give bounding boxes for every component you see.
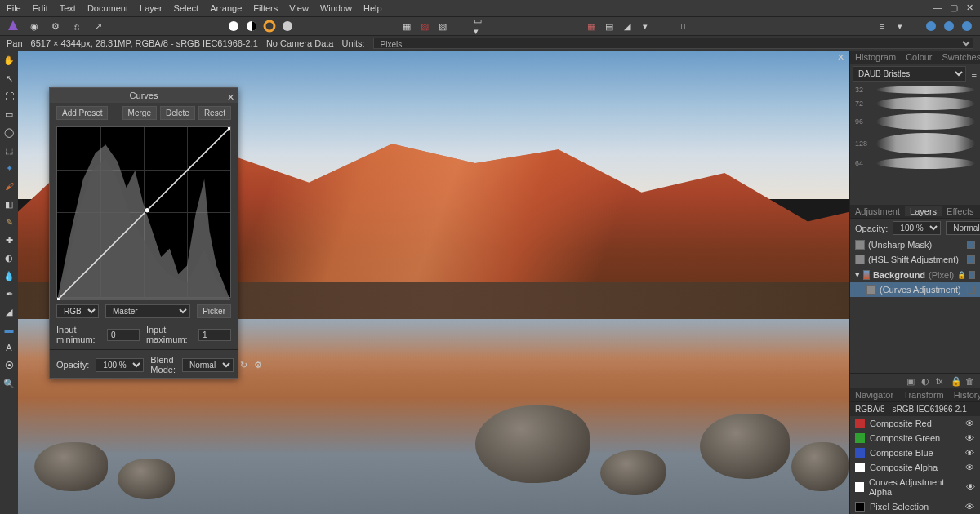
eye-icon[interactable]: 👁 [966,482,975,492]
layer-visible-checkbox[interactable] [967,255,975,264]
erase-tool-icon[interactable]: ◧ [2,197,16,210]
curves-graph[interactable] [56,126,231,298]
persona-liquify-icon[interactable]: ⚙ [49,20,62,33]
reset-icon[interactable]: ↻ [240,360,247,370]
pan-tool-icon[interactable]: ✋ [2,54,16,67]
channel-item[interactable]: Pixel Selection👁 [850,499,980,514]
dodge-tool-icon[interactable]: ◐ [2,251,16,264]
zoom-tool-icon[interactable]: 🔍 [2,377,16,390]
tab-navigator[interactable]: Navigator [850,390,898,400]
layer-visible-checkbox[interactable] [967,286,975,294]
tab-histogram[interactable]: Histogram [850,52,901,62]
channel-select[interactable]: RGB [56,304,99,318]
selection-free-tool-icon[interactable]: ◯ [2,126,16,139]
gear-icon[interactable]: ⚙ [254,360,262,370]
master-select[interactable]: Master [105,304,190,318]
tab-swatches[interactable]: Swatches [938,52,980,62]
shape-rect-tool-icon[interactable]: ▬ [2,323,16,336]
grid-c-icon[interactable]: ◢ [621,20,634,33]
delete-button[interactable]: Delete [160,106,195,120]
delete-layer-icon[interactable]: 🗑 [965,376,975,386]
tab-effects[interactable]: Effects [942,206,978,216]
color-picker-tool-icon[interactable]: ⦿ [2,359,16,372]
eye-icon[interactable]: 👁 [965,419,975,428]
brush-list[interactable]: 32 72 96 128 64 [850,84,980,205]
view-3-icon[interactable] [960,20,973,33]
crop-preset-icon[interactable]: ▭ ▾ [474,20,487,33]
menu-window[interactable]: Window [320,3,352,13]
input-min-field[interactable] [107,329,140,341]
adjust-icon[interactable] [281,20,294,33]
view-1-icon[interactable] [924,20,938,33]
color-wheel-icon[interactable] [263,20,276,33]
layer-visible-checkbox[interactable] [967,241,975,249]
pen-tool-icon[interactable]: ✒ [2,287,16,300]
menu-document[interactable]: Document [87,3,128,13]
grid-a-icon[interactable]: ▦ [585,20,598,33]
move-tool-icon[interactable]: ↖ [2,72,16,85]
tab-adjustment[interactable]: Adjustment [850,206,905,216]
heal-tool-icon[interactable]: ✚ [2,233,16,246]
arrange-icon[interactable]: ▾ [893,20,906,33]
assistant-icon[interactable]: ⎍ [676,20,689,33]
grid-d-icon[interactable]: ▾ [639,20,652,33]
eye-icon[interactable]: 👁 [965,448,975,458]
fx-layer-icon[interactable]: fx [936,376,946,386]
menu-help[interactable]: Help [363,3,382,13]
menu-edit[interactable]: Edit [33,3,48,13]
units-select[interactable]: Pixels [373,38,973,49]
tab-layers[interactable]: Layers [905,206,942,216]
layer-item[interactable]: ▾ Background (Pixel) 🔒 [850,267,980,282]
canvas[interactable]: Curves ✕ Add Preset Merge Delete Reset [18,51,849,514]
channel-item[interactable]: Composite Green👁 [850,431,980,445]
align-icon[interactable]: ≡ [875,20,889,33]
grid-b-icon[interactable]: ▤ [603,20,616,33]
menu-arrange[interactable]: Arrange [210,3,242,13]
persona-develop-icon[interactable]: ⎌ [70,20,83,33]
channel-item[interactable]: Composite Red👁 [850,416,980,431]
flood-tool-icon[interactable]: ✦ [2,162,16,175]
selection-rect-tool-icon[interactable]: ▭ [2,108,16,121]
channel-item[interactable]: Composite Blue👁 [850,445,980,460]
text-tool-icon[interactable]: A [2,341,16,354]
layer-item[interactable]: (Unsharp Mask) [850,237,980,252]
tab-history[interactable]: History [949,390,980,400]
tab-transform[interactable]: Transform [898,390,949,400]
merge-button[interactable]: Merge [122,106,157,120]
lock-layer-icon[interactable]: 🔒 [951,376,960,386]
input-max-field[interactable] [198,329,231,341]
gradient-tool-icon[interactable]: ◢ [2,305,16,318]
layer-visible-checkbox[interactable] [969,271,975,279]
persona-photo-icon[interactable]: ◉ [28,20,41,33]
picker-button[interactable]: Picker [197,304,231,318]
layer-blend-select[interactable]: Normal [946,221,980,235]
reset-button[interactable]: Reset [198,106,231,120]
selection-c-icon[interactable]: ▧ [436,20,449,33]
layer-item[interactable]: (Curves Adjustment) [850,282,980,297]
layer-opacity-select[interactable]: 100 % [893,221,941,235]
contrast-icon[interactable] [245,20,258,33]
curves-dialog[interactable]: Curves ✕ Add Preset Merge Delete Reset [49,87,238,379]
marquee-tool-icon[interactable]: ⬚ [2,144,16,157]
menu-text[interactable]: Text [60,3,76,13]
mask-icon[interactable] [227,20,240,33]
maximize-icon[interactable]: ▢ [950,2,958,13]
brush-tool-icon[interactable]: 🖌 [2,179,16,193]
eye-icon[interactable]: 👁 [965,433,975,443]
eye-icon[interactable]: 👁 [965,502,975,512]
persona-export-icon[interactable]: ↗ [91,20,105,33]
layer-item[interactable]: (HSL Shift Adjustment) [850,252,980,267]
mask-layer-icon[interactable]: ▣ [906,376,916,386]
minimize-icon[interactable]: — [933,2,942,13]
crop-tool-icon[interactable]: ⛶ [2,90,16,103]
menu-select[interactable]: Select [174,3,199,13]
channel-item[interactable]: Curves Adjustment Alpha👁 [850,475,980,499]
menu-file[interactable]: File [7,3,21,13]
selection-b-icon[interactable]: ▨ [418,20,431,33]
close-icon[interactable]: ✕ [966,2,973,13]
clone-tool-icon[interactable]: ✎ [2,215,16,228]
brush-category-select[interactable]: DAUB Bristles [853,66,966,82]
panel-menu-icon[interactable]: ≡ [969,69,980,79]
menu-filters[interactable]: Filters [253,3,278,13]
adjust-layer-icon[interactable]: ◐ [921,376,931,386]
